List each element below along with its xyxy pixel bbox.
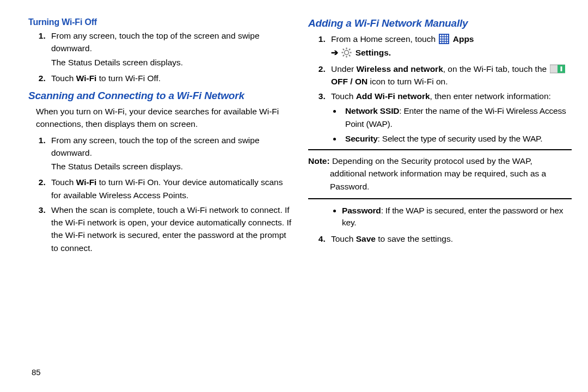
step-text-pre: Touch bbox=[51, 177, 76, 187]
step-text: From any screen, touch the top of the sc… bbox=[51, 31, 260, 53]
note-block: Note: Depending on the Security protocol… bbox=[308, 149, 572, 199]
toggle-off-on-icon bbox=[550, 64, 565, 74]
step: Touch Wi-Fi to turn Wi-Fi Off. bbox=[48, 72, 292, 84]
manual-page: Turning Wi-Fi Off From any screen, touch… bbox=[0, 0, 588, 392]
heading-turning-wifi-off: Turning Wi-Fi Off bbox=[28, 17, 292, 27]
left-column: Turning Wi-Fi Off From any screen, touch… bbox=[28, 17, 292, 392]
step-text: From any screen, touch the top of the sc… bbox=[51, 136, 260, 157]
intro-text: When you turn on Wi-Fi, your device sear… bbox=[36, 105, 292, 131]
t: : Select the type of security used by th… bbox=[378, 134, 543, 143]
heading-scanning-connecting: Scanning and Connecting to a Wi-Fi Netwo… bbox=[28, 90, 292, 102]
steps-scanning: From any screen, touch the top of the sc… bbox=[28, 134, 292, 254]
t: Password bbox=[342, 206, 381, 215]
note-body: additional network information may be re… bbox=[308, 167, 572, 193]
svg-rect-2 bbox=[443, 35, 444, 36]
svg-line-24 bbox=[343, 55, 344, 56]
svg-rect-1 bbox=[440, 35, 442, 36]
step-sub: The Status Details screen displays. bbox=[51, 160, 292, 173]
arrow: ➔ bbox=[331, 48, 340, 57]
right-column: Adding a Wi-Fi Network Manually From a H… bbox=[308, 17, 572, 392]
svg-rect-6 bbox=[443, 37, 444, 39]
heading-adding-manually: Adding a Wi-Fi Network Manually bbox=[308, 17, 572, 29]
step-sub: ➔ bbox=[331, 46, 572, 59]
t: Under bbox=[331, 64, 357, 74]
note-label: Note: bbox=[308, 156, 332, 166]
t: Touch bbox=[331, 234, 356, 243]
svg-rect-9 bbox=[440, 39, 442, 41]
settings-label: Settings. bbox=[356, 48, 391, 57]
apps-label: Apps bbox=[453, 34, 474, 44]
t: icon to turn Wi-Fi on. bbox=[367, 77, 448, 86]
step: From a Home screen, touch Apps ➔ bbox=[328, 33, 572, 59]
step-sub: The Status Details screen displays. bbox=[51, 56, 292, 69]
svg-rect-4 bbox=[447, 35, 448, 36]
bullet: Network SSID: Enter the name of the Wi-F… bbox=[342, 105, 572, 130]
step-text-pre: From a Home screen, touch bbox=[331, 34, 438, 44]
svg-rect-5 bbox=[440, 37, 442, 39]
svg-rect-14 bbox=[443, 42, 444, 43]
svg-rect-16 bbox=[447, 42, 448, 43]
svg-line-22 bbox=[343, 49, 344, 50]
settings-gear-icon bbox=[341, 47, 352, 58]
wifi-bold: Wi-Fi bbox=[76, 74, 97, 83]
t: Security bbox=[345, 134, 378, 143]
step-text-post: to turn Wi-Fi Off. bbox=[96, 74, 161, 83]
bullet: Security: Select the type of security us… bbox=[342, 132, 572, 145]
svg-rect-15 bbox=[445, 42, 446, 43]
t: Touch bbox=[331, 91, 356, 101]
bullet: Password: If the WAP is secured, enter t… bbox=[342, 205, 572, 229]
svg-rect-13 bbox=[440, 42, 442, 43]
svg-point-17 bbox=[345, 51, 349, 55]
svg-rect-10 bbox=[443, 39, 444, 41]
steps-adding-cont: Touch Save to save the settings. bbox=[308, 232, 572, 245]
info-bullets-2: Password: If the WAP is secured, enter t… bbox=[308, 205, 572, 229]
t: Save bbox=[356, 234, 376, 243]
t: Wireless and network bbox=[357, 64, 443, 74]
wifi-bold: Wi-Fi bbox=[76, 177, 97, 187]
step: Under Wireless and network, on the Wi-Fi… bbox=[328, 63, 572, 88]
t: , on the Wi-Fi tab, touch the bbox=[443, 64, 549, 74]
svg-rect-12 bbox=[447, 39, 448, 41]
step: From any screen, touch the top of the sc… bbox=[48, 134, 292, 173]
steps-adding: From a Home screen, touch Apps ➔ bbox=[308, 33, 572, 145]
t: Add Wi-Fi network bbox=[356, 91, 430, 101]
step-text: When the scan is complete, touch a Wi-Fi… bbox=[51, 205, 291, 253]
page-number: 85 bbox=[32, 367, 41, 377]
svg-rect-11 bbox=[445, 39, 446, 41]
apps-grid-icon bbox=[439, 34, 449, 44]
step: When the scan is complete, touch a Wi-Fi… bbox=[48, 204, 292, 254]
step-text-pre: Touch bbox=[51, 74, 76, 83]
t: , then enter network information: bbox=[430, 91, 551, 101]
svg-rect-28 bbox=[561, 66, 562, 71]
svg-rect-3 bbox=[445, 35, 446, 36]
svg-rect-7 bbox=[445, 37, 446, 39]
note-first-line: Depending on the Security protocol used … bbox=[332, 156, 532, 166]
off-on-label: OFF / ON bbox=[331, 77, 367, 86]
svg-rect-8 bbox=[447, 37, 448, 39]
t: to save the settings. bbox=[376, 234, 453, 243]
steps-turning-off: From any screen, touch the top of the sc… bbox=[28, 29, 292, 84]
step: Touch Add Wi-Fi network, then enter netw… bbox=[328, 90, 572, 145]
step: Touch Wi-Fi to turn Wi-Fi On. Your devic… bbox=[48, 176, 292, 201]
step: Touch Save to save the settings. bbox=[328, 232, 572, 245]
svg-line-25 bbox=[349, 49, 350, 50]
step: From any screen, touch the top of the sc… bbox=[48, 29, 292, 69]
info-bullets: Network SSID: Enter the name of the Wi-F… bbox=[331, 105, 572, 145]
svg-line-23 bbox=[349, 55, 350, 56]
t: Network SSID bbox=[345, 106, 399, 115]
